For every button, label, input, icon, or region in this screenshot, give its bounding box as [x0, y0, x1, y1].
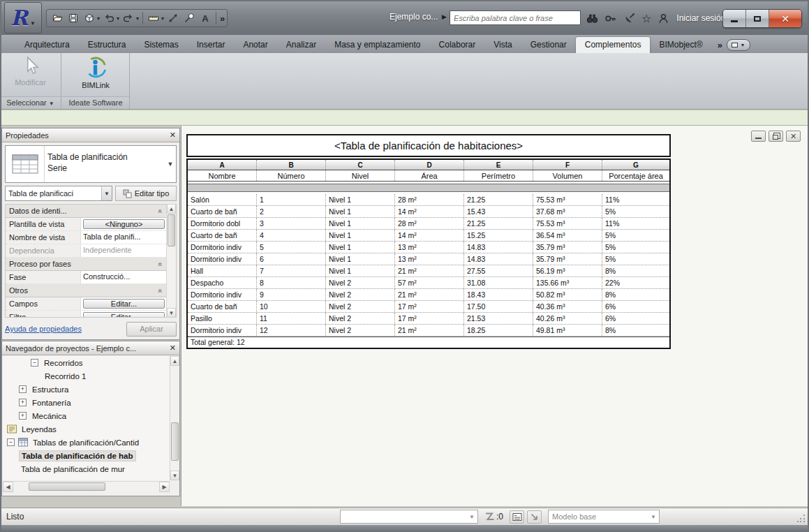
- schedule-cell[interactable]: 10: [257, 301, 326, 312]
- expander-plus-icon[interactable]: +: [19, 385, 27, 393]
- schedule-cell[interactable]: 37.68 m³: [533, 206, 602, 217]
- tab-bimobject[interactable]: BIMobject®: [650, 37, 711, 53]
- schedule-cell[interactable]: Dormitorio dobl: [188, 218, 257, 229]
- schedule-cell[interactable]: 22%: [602, 277, 669, 288]
- schedule-cell[interactable]: 40.36 m³: [533, 301, 602, 312]
- schedule-cell[interactable]: 40.26 m³: [533, 313, 602, 324]
- tab-arquitectura[interactable]: Arquitectura: [15, 37, 79, 53]
- property-value[interactable]: Tabla de planifi...: [81, 231, 166, 244]
- tab-estructura[interactable]: Estructura: [79, 37, 135, 53]
- tab-analizar[interactable]: Analizar: [277, 37, 325, 53]
- signin-label[interactable]: Iniciar sesión: [676, 13, 725, 23]
- schedule-cell[interactable]: Nivel 1: [326, 265, 395, 276]
- chevron-down-icon[interactable]: ▼: [651, 514, 659, 520]
- schedule-cell[interactable]: 56.19 m³: [533, 265, 602, 276]
- schedule-cell[interactable]: 15.43: [464, 206, 533, 217]
- open-icon[interactable]: [50, 11, 64, 25]
- schedule-cell[interactable]: Pasillo: [188, 313, 257, 324]
- schedule-cell[interactable]: 5%: [602, 230, 669, 241]
- schedule-cell[interactable]: 8%: [602, 265, 669, 276]
- redo-icon[interactable]: [121, 11, 135, 25]
- schedule-cell[interactable]: Salón: [188, 194, 257, 205]
- sync-with-central-icon[interactable]: [82, 11, 96, 25]
- schedule-cell[interactable]: 3: [257, 218, 326, 229]
- maximize-button[interactable]: [746, 10, 769, 27]
- schedule-cell[interactable]: Dormitorio indiv: [188, 242, 257, 253]
- view-minimize-button[interactable]: [751, 131, 766, 142]
- tree-item-tabla-de-planificaci-n-de-mur[interactable]: Tabla de planificación de mur: [3, 462, 169, 475]
- schedule-cell[interactable]: 21.25: [464, 218, 533, 229]
- collapse-chevron-icon[interactable]: «: [157, 262, 165, 266]
- schedule-cell[interactable]: 35.79 m³: [533, 242, 602, 253]
- schedule-cell[interactable]: Cuarto de bañ: [188, 301, 257, 312]
- schedule-cell[interactable]: 13 m²: [395, 242, 464, 253]
- tag-icon[interactable]: [182, 11, 196, 25]
- chevron-down-icon[interactable]: ▾: [161, 15, 164, 22]
- schedule-cell[interactable]: 28 m²: [395, 194, 464, 205]
- apply-button[interactable]: Aplicar: [126, 322, 177, 337]
- schedule-cell[interactable]: 11%: [602, 194, 669, 205]
- bimlink-button[interactable]: BIMLink: [62, 53, 129, 95]
- scroll-down-icon[interactable]: ▼: [170, 471, 179, 480]
- save-icon[interactable]: [66, 11, 80, 25]
- column-letter-f[interactable]: F: [533, 160, 602, 170]
- property-value[interactable]: Editar...: [81, 297, 166, 310]
- schedule-cell[interactable]: 5%: [602, 242, 669, 253]
- schedule-cell[interactable]: 8: [257, 277, 326, 288]
- schedule-row-11[interactable]: Pasillo11Nivel 217 m²21.5340.26 m³6%: [188, 313, 669, 325]
- scroll-up-icon[interactable]: ▲: [170, 356, 179, 366]
- close-button[interactable]: ✕: [769, 10, 801, 27]
- tab-masa-y-emplazamiento[interactable]: Masa y emplazamiento: [325, 37, 429, 53]
- resize-grip[interactable]: [797, 514, 806, 522]
- chevron-down-icon[interactable]: ▼: [101, 186, 112, 200]
- schedule-cell[interactable]: Cuarto de bañ: [188, 206, 257, 217]
- properties-header[interactable]: Propiedades ✕: [2, 128, 179, 142]
- tree-item-fontaner-a[interactable]: +Fontanería: [3, 396, 169, 409]
- edit-type-button[interactable]: Editar tipo: [115, 186, 177, 201]
- schedule-cell[interactable]: 17.50: [464, 301, 533, 312]
- schedule-cell[interactable]: 18.25: [464, 325, 533, 336]
- close-icon[interactable]: ✕: [170, 131, 176, 140]
- expander-minus-icon[interactable]: −: [31, 359, 38, 367]
- schedule-cell[interactable]: 5%: [602, 253, 669, 265]
- schedule-cell[interactable]: 27.55: [464, 265, 533, 276]
- schedule-cell[interactable]: 6: [257, 253, 326, 265]
- collapse-chevron-icon[interactable]: «: [157, 209, 165, 213]
- schedule-cell[interactable]: 21 m²: [395, 325, 464, 336]
- scroll-left-icon[interactable]: ◀: [3, 482, 13, 492]
- qat-expand-icon[interactable]: »: [220, 13, 223, 24]
- schedule-cell[interactable]: 6%: [602, 301, 669, 312]
- text-icon[interactable]: A: [198, 11, 212, 25]
- column-header-n-mero[interactable]: Número: [257, 170, 326, 181]
- schedule-cell[interactable]: 57 m²: [395, 277, 464, 288]
- family-combobox[interactable]: Tabla de planificaci ▼: [5, 186, 112, 201]
- schedule-cell[interactable]: Nivel 2: [326, 301, 395, 312]
- column-header-nombre[interactable]: Nombre: [188, 170, 257, 181]
- schedule-row-10[interactable]: Cuarto de bañ10Nivel 217 m²17.5040.36 m³…: [188, 301, 669, 313]
- tab-complementos[interactable]: Complementos: [576, 37, 651, 53]
- help-search-input[interactable]: [450, 10, 581, 25]
- property-value[interactable]: <Ninguno>: [81, 218, 166, 230]
- column-letter-a[interactable]: A: [188, 160, 257, 170]
- schedule-cell[interactable]: 13 m²: [395, 253, 464, 265]
- scrollbar-thumb[interactable]: [29, 482, 105, 491]
- schedule-row-9[interactable]: Dormitorio indiv9Nivel 221 m²18.4350.82 …: [188, 289, 669, 301]
- schedule-cell[interactable]: 35.79 m³: [533, 253, 602, 265]
- tab-gestionar[interactable]: Gestionar: [521, 37, 576, 53]
- schedule-row-7[interactable]: Hall7Nivel 121 m²27.5556.19 m³8%: [188, 265, 669, 277]
- binoculars-search-icon[interactable]: [585, 11, 599, 25]
- minimize-button[interactable]: [723, 10, 746, 27]
- tree-item-estructura[interactable]: +Estructura: [3, 383, 169, 396]
- schedule-cell[interactable]: Dormitorio indiv: [188, 325, 257, 336]
- schedule-row-1[interactable]: Salón1Nivel 128 m²21.2575.53 m³11%: [188, 194, 669, 206]
- expander-minus-icon[interactable]: −: [7, 438, 15, 446]
- chevron-down-icon[interactable]: ▾: [97, 15, 100, 22]
- schedule-cell[interactable]: 50.82 m³: [533, 289, 602, 300]
- schedule-cell[interactable]: Cuarto de bañ: [188, 230, 257, 241]
- schedule-row-3[interactable]: Dormitorio dobl3Nivel 128 m²21.2575.53 m…: [188, 218, 669, 230]
- activate-view-button[interactable]: [527, 510, 542, 524]
- tab-anotar[interactable]: Anotar: [234, 37, 276, 53]
- column-letter-g[interactable]: G: [602, 160, 669, 170]
- column-letter-d[interactable]: D: [395, 160, 464, 170]
- schedule-cell[interactable]: 5%: [602, 206, 669, 217]
